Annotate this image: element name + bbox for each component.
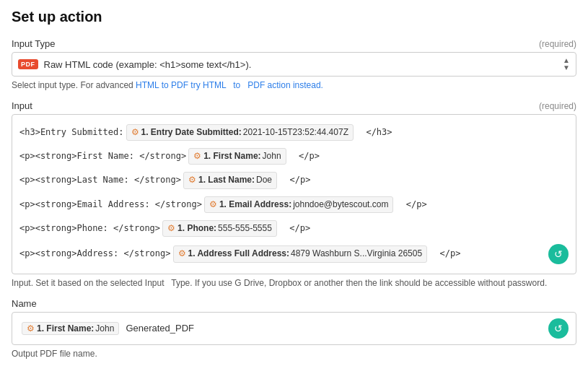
select-arrows-icon[interactable]: ▲ ▼ <box>563 57 570 71</box>
input-box[interactable]: <h3>Entry Submitted: ⚙ 1. Entry Date Sub… <box>12 114 576 274</box>
input-refresh-button[interactable]: ↺ <box>548 244 569 264</box>
input-type-helper: Select input type. For advanced HTML to … <box>12 80 576 90</box>
input-row-3-suffix: </p> <box>395 198 426 212</box>
input-label-row: Input (required) <box>12 100 576 111</box>
gear-icon-0: ⚙ <box>131 126 139 139</box>
gear-icon-5: ⚙ <box>178 247 186 261</box>
name-label-row: Name <box>12 298 576 309</box>
gear-icon-2: ⚙ <box>188 173 196 187</box>
input-row-1-prefix: <p><strong>First Name: </strong> <box>19 149 186 163</box>
input-row-5: <p><strong>Address: </strong> ⚙ 1. Addre… <box>19 240 569 268</box>
select-text: Raw HTML code (example: <h1>some text</h… <box>44 59 558 70</box>
name-static-text: Generated_PDF <box>126 323 194 334</box>
input-row-0: <h3>Entry Submitted: ⚙ 1. Entry Date Sub… <box>19 121 569 144</box>
input-row-3-badge[interactable]: ⚙ 1. Email Address: johndoe@bytescout.co… <box>204 196 394 213</box>
gear-icon-3: ⚙ <box>209 198 217 212</box>
input-type-select[interactable]: PDF Raw HTML code (example: <h1>some tex… <box>12 52 576 77</box>
html-to-pdf-link[interactable]: HTML to PDF try HTML to PDF action inste… <box>136 80 323 90</box>
input-row-2-badge[interactable]: ⚙ 1. Last Name: Doe <box>183 172 277 188</box>
input-row-4: <p><strong>Phone: </strong> ⚙ 1. Phone: … <box>19 217 569 240</box>
input-required: (required) <box>539 101 576 111</box>
input-row-4-prefix: <p><strong>Phone: </strong> <box>19 222 160 235</box>
input-row-4-suffix: </p> <box>279 222 310 235</box>
input-row-1-badge[interactable]: ⚙ 1. First Name: John <box>188 148 286 165</box>
input-row-1: <p><strong>First Name: </strong> ⚙ 1. Fi… <box>19 144 569 168</box>
input-row-3: <p><strong>Email Address: </strong> ⚙ 1.… <box>19 193 569 217</box>
name-input-box[interactable]: ⚙ 1. First Name: John Generated_PDF ↺ <box>12 312 576 345</box>
gear-icon-4: ⚙ <box>167 222 175 235</box>
input-type-label-row: Input Type (required) <box>12 38 576 49</box>
input-type-section: Input Type (required) PDF Raw HTML code … <box>12 38 576 90</box>
name-badge[interactable]: ⚙ 1. First Name: John <box>22 322 119 335</box>
gear-icon-name: ⚙ <box>27 323 35 334</box>
input-row-0-badge[interactable]: ⚙ 1. Entry Date Submitted: 2021-10-15T23… <box>126 124 354 141</box>
input-row-4-badge[interactable]: ⚙ 1. Phone: 555-555-5555 <box>162 220 277 237</box>
name-label: Name <box>12 298 37 309</box>
input-type-label: Input Type <box>12 38 55 49</box>
input-row-2: <p><strong>Last Name: </strong> ⚙ 1. Las… <box>19 168 569 192</box>
name-helper: Output PDF file name. <box>12 349 576 359</box>
pdf-badge: PDF <box>18 59 38 69</box>
input-row-5-badge[interactable]: ⚙ 1. Address Full Address: 4879 Washburn… <box>173 245 428 262</box>
name-section: Name ⚙ 1. First Name: John Generated_PDF… <box>12 298 576 359</box>
page-title: Set up action <box>12 9 576 25</box>
input-row-1-suffix: </p> <box>289 149 320 163</box>
input-row-3-prefix: <p><strong>Email Address: </strong> <box>19 198 202 212</box>
input-section: Input (required) <h3>Entry Submitted: ⚙ … <box>12 100 576 288</box>
input-row-5-suffix: </p> <box>429 247 460 261</box>
input-type-required: (required) <box>539 39 576 49</box>
arrow-down-icon: ▼ <box>563 64 570 71</box>
gear-icon-1: ⚙ <box>193 149 201 163</box>
input-row-2-prefix: <p><strong>Last Name: </strong> <box>19 173 181 187</box>
input-row-5-prefix: <p><strong>Address: </strong> <box>19 247 171 261</box>
name-refresh-button[interactable]: ↺ <box>548 318 569 339</box>
input-label: Input <box>12 100 32 111</box>
input-row-0-prefix: <h3>Entry Submitted: <box>19 126 124 139</box>
input-row-0-suffix: </h3> <box>356 126 392 139</box>
input-row-2-suffix: </p> <box>279 173 310 187</box>
input-helper: Input. Set it based on the selected Inpu… <box>12 278 576 288</box>
